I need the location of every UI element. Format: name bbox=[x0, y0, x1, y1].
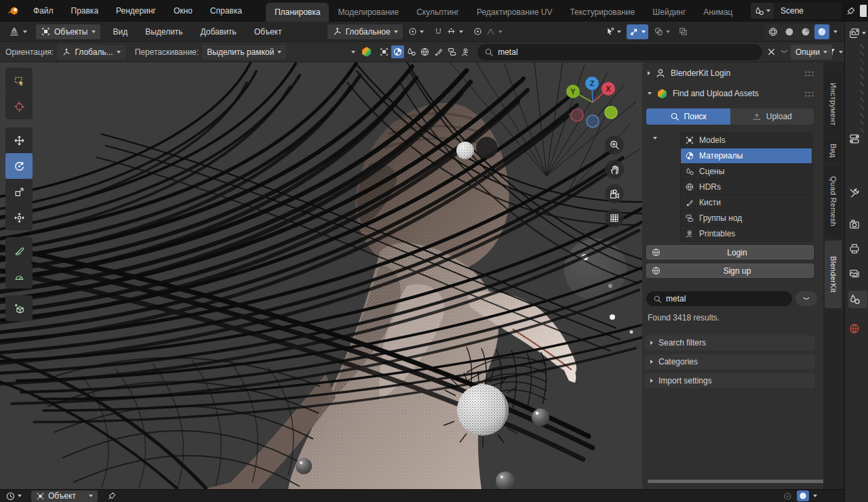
menu-edit[interactable]: Правка bbox=[62, 6, 108, 16]
shading-solid-button[interactable] bbox=[782, 24, 797, 39]
image-editor-type-button[interactable] bbox=[848, 24, 867, 42]
blenderkit-header-search[interactable] bbox=[477, 44, 762, 60]
shading-wireframe-button[interactable] bbox=[766, 24, 781, 39]
properties-tab-view-layer[interactable] bbox=[848, 264, 867, 282]
menu-file[interactable]: Файл bbox=[24, 6, 62, 16]
show-gizmo-button[interactable] bbox=[602, 24, 624, 39]
options-button[interactable]: Опции bbox=[791, 45, 832, 60]
panel-grip-icon[interactable] bbox=[804, 91, 815, 97]
sidebar-tab-tool[interactable]: Инструмент bbox=[825, 73, 842, 135]
sidebar-bottom-scroll[interactable] bbox=[648, 480, 837, 483]
menu-select[interactable]: Выделить bbox=[136, 27, 191, 37]
tool-move-button[interactable] bbox=[5, 127, 33, 153]
asset-type-models[interactable]: Models bbox=[681, 133, 812, 148]
snap-dropdown-chevron[interactable] bbox=[813, 495, 817, 497]
editor-type-button[interactable] bbox=[4, 24, 32, 39]
transform-orientation-button[interactable]: Глобальное bbox=[328, 24, 403, 39]
tool-transform-button[interactable] bbox=[5, 205, 33, 230]
asset-type-scenes[interactable]: Сцены bbox=[681, 164, 812, 180]
signup-button[interactable]: Sign up bbox=[646, 264, 814, 278]
pivot-point-button[interactable] bbox=[403, 24, 429, 39]
shading-dropdown-chevron[interactable] bbox=[833, 30, 837, 33]
menu-add[interactable]: Добавить bbox=[192, 27, 245, 37]
tool-scale-button[interactable] bbox=[5, 179, 33, 205]
asset-type-printables[interactable]: Printables bbox=[681, 226, 812, 241]
sidebar-tab-blenderkit[interactable]: BlenderKit bbox=[825, 240, 842, 308]
drag-setting-dropdown[interactable]: Выделить рамкой bbox=[202, 45, 286, 60]
blenderkit-collapse-chevron[interactable] bbox=[351, 51, 355, 54]
sidebar-search-input[interactable] bbox=[666, 294, 785, 304]
properties-tab-tool[interactable] bbox=[848, 184, 867, 202]
auto-snap-button[interactable] bbox=[797, 490, 809, 501]
tool-annotate-button[interactable] bbox=[5, 237, 33, 263]
menu-view[interactable]: Вид bbox=[104, 27, 137, 37]
panel-grip-icon[interactable] bbox=[804, 70, 815, 77]
workspace-tab-modeling[interactable]: Моделирование bbox=[329, 3, 408, 22]
upload-tab[interactable]: Upload bbox=[730, 108, 814, 125]
sidebar-tab-view[interactable]: Вид bbox=[825, 139, 842, 162]
camera-view-button[interactable] bbox=[605, 184, 624, 203]
overlays-toggle-button[interactable] bbox=[651, 24, 673, 39]
asset-type-models-button[interactable] bbox=[378, 45, 391, 58]
asset-type-nodegroups-button[interactable] bbox=[446, 45, 458, 58]
scene-selector[interactable] bbox=[751, 3, 774, 19]
sidebar-tab-quad-remesh[interactable]: Quad Remesh bbox=[825, 166, 842, 236]
browse-scene-icon[interactable] bbox=[860, 5, 867, 17]
properties-tab-output[interactable] bbox=[848, 240, 867, 257]
snapping-button[interactable] bbox=[429, 24, 468, 39]
tool-rotate-button[interactable] bbox=[5, 153, 33, 179]
viewport-canvas[interactable]: Z Y X BlenderKit Login Find and Uploa bbox=[0, 62, 844, 489]
orientation-setting-dropdown[interactable]: Глобаль... bbox=[57, 45, 125, 60]
properties-tab-render[interactable] bbox=[848, 215, 867, 233]
asset-type-expand-icon[interactable] bbox=[653, 137, 657, 140]
workspace-tab-uv[interactable]: Редактирование UV bbox=[468, 3, 561, 22]
section-import-settings[interactable]: Import settings bbox=[645, 373, 815, 388]
mode-selector-button[interactable]: Объекты bbox=[36, 24, 100, 39]
keying-pin-icon[interactable] bbox=[107, 491, 117, 501]
tool-measure-button[interactable] bbox=[5, 263, 33, 289]
workspace-tab-sculpting[interactable]: Скульптинг bbox=[408, 3, 468, 22]
proportional-snap-icon[interactable] bbox=[783, 491, 793, 501]
search-tab[interactable]: Поиск bbox=[646, 108, 730, 125]
asset-type-brushes-button[interactable] bbox=[432, 45, 445, 58]
shading-rendered-button[interactable] bbox=[814, 24, 829, 39]
asset-type-materials-button[interactable] bbox=[391, 45, 404, 58]
menu-window[interactable]: Окно bbox=[165, 6, 201, 16]
workspace-tab-texture[interactable]: Текстурирование bbox=[561, 3, 644, 22]
asset-type-hdrs[interactable]: HDRs bbox=[681, 180, 812, 195]
section-categories[interactable]: Categories bbox=[645, 354, 815, 369]
timeline-editor-type-button[interactable] bbox=[5, 491, 22, 501]
tool-add-cube-button[interactable] bbox=[5, 295, 33, 321]
blender-logo-icon[interactable] bbox=[7, 5, 20, 16]
login-panel-header[interactable]: BlenderKit Login bbox=[644, 65, 819, 81]
properties-tab-world[interactable] bbox=[848, 320, 867, 337]
menu-object[interactable]: Объект bbox=[245, 27, 291, 37]
asset-type-nodegroups[interactable]: Группы нод bbox=[681, 211, 812, 226]
scene-name-field[interactable]: Scene bbox=[774, 3, 842, 19]
sidebar-search-field[interactable] bbox=[646, 291, 792, 306]
zoom-button[interactable] bbox=[605, 135, 624, 154]
timeline-mode-button[interactable]: Объект bbox=[31, 490, 98, 502]
section-search-filters[interactable]: Search filters bbox=[645, 335, 815, 350]
pan-hand-button[interactable] bbox=[605, 160, 624, 179]
asset-type-printables-button[interactable] bbox=[459, 45, 472, 58]
navigation-gizmo[interactable]: Z Y X bbox=[556, 69, 631, 133]
asset-type-brushes[interactable]: Кисти bbox=[681, 195, 812, 211]
proportional-editing-button[interactable] bbox=[468, 24, 507, 39]
properties-editor-type-button[interactable] bbox=[848, 130, 867, 148]
tool-cursor-button[interactable] bbox=[5, 93, 33, 119]
asset-type-materials[interactable]: Материалы bbox=[681, 148, 812, 164]
workspace-tab-shading[interactable]: Шейдинг bbox=[644, 3, 694, 22]
workspace-tab-layout[interactable]: Планировка bbox=[266, 3, 330, 22]
pin-scene-icon[interactable] bbox=[846, 6, 856, 16]
workspace-tab-animation[interactable]: Анимац bbox=[694, 3, 741, 22]
assets-panel-header[interactable]: Find and Upload Assets bbox=[644, 85, 819, 102]
search-history-button[interactable] bbox=[795, 291, 817, 306]
clear-search-icon[interactable] bbox=[766, 47, 776, 57]
menu-render[interactable]: Рендеринг bbox=[107, 6, 165, 16]
gizmos-toggle-button[interactable] bbox=[627, 24, 648, 39]
asset-type-hdrs-button[interactable] bbox=[418, 45, 431, 58]
properties-tab-scene[interactable] bbox=[848, 291, 867, 308]
xray-toggle-button[interactable] bbox=[675, 24, 691, 39]
header-search-input[interactable] bbox=[498, 47, 755, 57]
